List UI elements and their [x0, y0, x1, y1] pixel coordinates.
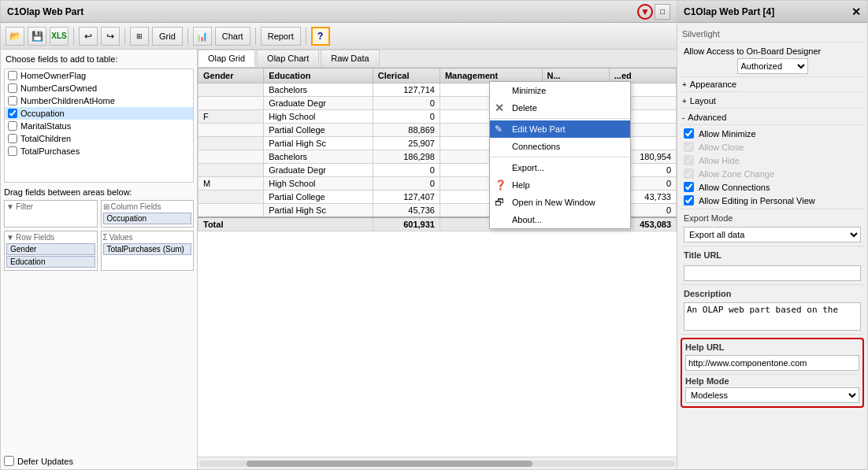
help-url-input[interactable] — [685, 355, 859, 371]
appearance-expand-icon — [682, 80, 687, 89]
allow-zone-change-label: Allow Zone Change — [699, 169, 774, 179]
allow-close-label: Allow Close — [699, 142, 744, 152]
tab-olap-chart[interactable]: Olap Chart — [257, 50, 319, 67]
grid-view-button[interactable]: ⊞ — [130, 27, 149, 46]
allow-minimize-row: Allow Minimize — [681, 127, 864, 140]
field-HomeOwnerFlag[interactable]: HomeOwnerFlag — [5, 69, 193, 82]
allow-minimize-checkbox[interactable] — [684, 128, 694, 139]
export-mode-dropdown[interactable]: Export all data — [684, 228, 860, 242]
field-TotalPurchases[interactable]: TotalPurchases — [5, 145, 193, 157]
field-TotalChildren[interactable]: TotalChildren — [5, 132, 193, 145]
maximize-button[interactable]: □ — [655, 4, 670, 20]
menu-sep2 — [490, 157, 630, 157]
field-NumberChildrenAtHome[interactable]: NumberChildrenAtHome — [5, 94, 193, 107]
filter-box[interactable]: ▼ Filter — [4, 200, 98, 228]
title-bar-right: ▼ □ — [637, 4, 670, 20]
field-NumberCarsOwned[interactable]: NumberCarsOwned — [5, 82, 193, 94]
excel-button[interactable]: XLS — [50, 27, 69, 46]
main-content: Choose fields to add to table: HomeOwner… — [1, 50, 677, 469]
row-field-education[interactable]: Education — [6, 256, 95, 268]
menu-open-new-window[interactable]: 🗗 Open in New Window — [490, 194, 630, 211]
grid-label-button[interactable]: Grid — [152, 27, 183, 46]
sep5 — [306, 28, 306, 45]
help-mode-label: Help Mode — [685, 376, 859, 386]
right-close-button[interactable]: ✕ — [851, 6, 861, 18]
allow-access-section: Allow Access to On-Board Designer Author… — [681, 44, 864, 77]
checkbox-Occupation[interactable] — [8, 109, 17, 118]
report-label-button[interactable]: Report — [261, 27, 301, 46]
checkbox-MaritalStatus[interactable] — [8, 121, 17, 131]
export-mode-label: Export Mode — [684, 213, 733, 223]
divider2 — [681, 246, 864, 246]
row-field-gender[interactable]: Gender — [6, 243, 95, 255]
menu-edit-web-part[interactable]: ✎ Edit Web Part — [490, 120, 630, 138]
export-mode-select-wrapper: Export all data — [681, 225, 864, 244]
sep4 — [255, 28, 256, 45]
layout-header[interactable]: Layout — [681, 94, 864, 109]
menu-delete[interactable]: ✕ Delete — [490, 99, 630, 117]
redo-button[interactable]: ↪ — [101, 27, 120, 46]
chart-view-button[interactable]: 📊 — [193, 27, 212, 46]
help-mode-select[interactable]: Modeless — [685, 387, 859, 403]
value-item[interactable]: TotalPurchases (Sum) — [103, 243, 192, 255]
allow-connections-checkbox[interactable] — [684, 182, 694, 192]
menu-connections[interactable]: Connections — [490, 138, 630, 155]
menu-help[interactable]: ❓ Help — [490, 176, 630, 194]
checkbox-NumberCarsOwned[interactable] — [8, 83, 17, 93]
help-icon: ❓ — [495, 179, 506, 191]
divider5 — [685, 374, 859, 375]
drag-row-top: ▼ Filter ⊞ Column Fields Occupation — [4, 200, 194, 228]
allow-zone-change-checkbox[interactable] — [684, 168, 694, 179]
silverlight-section: Silverlight — [681, 26, 864, 43]
drag-row-bottom: ▼ Row Fields Gender Education Σ Values T… — [4, 231, 194, 271]
authorized-select[interactable]: Authorized — [737, 58, 808, 74]
menu-about[interactable]: About... — [490, 211, 630, 228]
allow-hide-label: Allow Hide — [699, 156, 740, 165]
values-box[interactable]: Σ Values TotalPurchases (Sum) — [101, 231, 195, 271]
export-mode-row: Export Mode — [681, 211, 864, 225]
authorized-dropdown[interactable]: Authorized — [738, 59, 807, 73]
menu-export[interactable]: Export... — [490, 159, 630, 176]
allow-close-checkbox[interactable] — [684, 142, 694, 152]
column-field-item[interactable]: Occupation — [103, 213, 192, 224]
dropdown-button[interactable]: ▼ — [637, 4, 653, 20]
allow-hide-checkbox[interactable] — [684, 155, 694, 165]
help-url-label: Help URL — [685, 342, 859, 352]
description-textarea[interactable]: An OLAP web part based on the — [684, 302, 861, 331]
checkbox-NumberChildrenAtHome[interactable] — [8, 96, 17, 105]
defer-updates-label: Defer Updates — [17, 457, 73, 466]
fields-panel: Choose fields to add to table: HomeOwner… — [1, 50, 198, 469]
column-fields-box[interactable]: ⊞ Column Fields Occupation — [101, 200, 195, 228]
col-clerical: Clerical — [373, 68, 440, 83]
checkbox-TotalChildren[interactable] — [8, 134, 17, 143]
checkbox-TotalPurchases[interactable] — [8, 146, 17, 156]
help-button[interactable]: ? — [311, 27, 330, 46]
allow-editing-checkbox[interactable] — [684, 195, 694, 205]
fields-list[interactable]: HomeOwnerFlag NumberCarsOwned NumberChil… — [4, 68, 194, 183]
col-education: Education — [264, 68, 373, 83]
tab-raw-data[interactable]: Raw Data — [321, 50, 379, 67]
allow-editing-row: Allow Editing in Personal View — [681, 194, 864, 207]
field-Occupation[interactable]: Occupation — [5, 107, 193, 120]
defer-updates-checkbox[interactable] — [4, 456, 14, 466]
advanced-header[interactable]: Advanced — [681, 110, 864, 125]
delete-icon: ✕ — [495, 102, 504, 114]
save-button[interactable]: 💾 — [28, 27, 46, 46]
appearance-header[interactable]: Appearance — [681, 77, 864, 92]
menu-minimize[interactable]: Minimize — [490, 82, 630, 99]
row-fields-box[interactable]: ▼ Row Fields Gender Education — [4, 231, 98, 271]
grid-tabs: Olap Grid Olap Chart Raw Data — [198, 50, 677, 68]
chart-label-button[interactable]: Chart — [215, 27, 250, 46]
checkbox-HomeOwnerFlag[interactable] — [8, 71, 17, 80]
divider3 — [681, 284, 864, 285]
tab-olap-grid[interactable]: Olap Grid — [198, 50, 255, 67]
export-mode-select[interactable]: Export all data — [684, 227, 861, 242]
help-mode-dropdown[interactable]: Modeless — [686, 388, 859, 402]
undo-button[interactable]: ↩ — [79, 27, 98, 46]
open-button[interactable]: 📂 — [6, 27, 24, 46]
defer-updates-row: Defer Updates — [4, 456, 194, 466]
field-MaritalStatus[interactable]: MaritalStatus — [5, 120, 193, 132]
horizontal-scrollbar[interactable] — [198, 457, 677, 469]
allow-access-label: Allow Access to On-Board Designer — [684, 46, 861, 56]
title-url-input[interactable] — [684, 265, 861, 281]
